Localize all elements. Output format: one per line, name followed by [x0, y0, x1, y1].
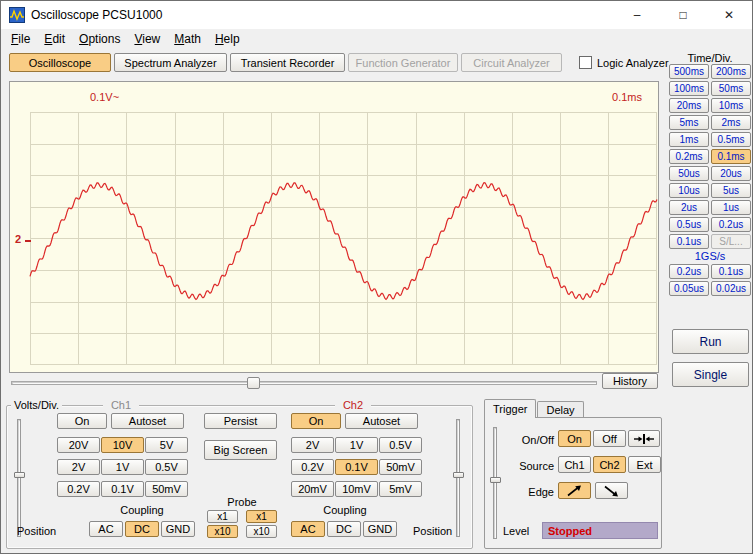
- logic-analyzer-checkbox[interactable]: [579, 56, 592, 69]
- timediv-button[interactable]: 0.2us: [711, 217, 751, 232]
- ch2-volt-button[interactable]: 0.2V: [291, 459, 334, 475]
- ch2-volt-button[interactable]: 0.1V: [335, 459, 378, 475]
- mode-tab-button[interactable]: Oscilloscope: [9, 53, 111, 72]
- scope-hscroll-track[interactable]: [11, 381, 597, 385]
- timediv-button[interactable]: 0.1ms: [711, 149, 751, 164]
- probe-button[interactable]: x1: [246, 510, 277, 523]
- timediv-button[interactable]: 500ms: [669, 64, 709, 79]
- timediv-button[interactable]: 200ms: [711, 64, 751, 79]
- logic-analyzer-toggle[interactable]: Logic Analyzer: [579, 56, 669, 69]
- edge-falling-button[interactable]: [595, 482, 628, 499]
- menu-item[interactable]: File: [4, 30, 37, 48]
- titlebar: Oscilloscope PCSU1000 – □ ✕: [1, 1, 752, 29]
- history-button[interactable]: History: [602, 373, 658, 389]
- menu-item[interactable]: Edit: [37, 30, 72, 48]
- mode-tab-button[interactable]: Spectrum Analyzer: [114, 53, 227, 72]
- ch2-volt-button[interactable]: 50mV: [379, 459, 422, 475]
- timediv-button[interactable]: 10ms: [711, 98, 751, 113]
- ch2-coupling-button[interactable]: GND: [363, 521, 397, 537]
- minimize-button[interactable]: –: [614, 1, 660, 29]
- timediv-button[interactable]: 100ms: [669, 81, 709, 96]
- trigger-source-button[interactable]: Ext: [628, 456, 661, 473]
- ch1-volt-button[interactable]: 1V: [101, 459, 144, 475]
- timediv-button[interactable]: 2ms: [711, 115, 751, 130]
- mode-tab-button[interactable]: Transient Recorder: [230, 53, 345, 72]
- timediv-button[interactable]: S/L...: [711, 234, 751, 249]
- edge-rising-button[interactable]: [558, 482, 591, 499]
- collide-arrows-icon: [634, 433, 654, 445]
- maximize-button[interactable]: □: [660, 1, 706, 29]
- trigger-level-slider[interactable]: [490, 427, 501, 539]
- timediv-button[interactable]: 20ms: [669, 98, 709, 113]
- ch2-coupling-button[interactable]: AC: [291, 521, 325, 537]
- ch1-volt-button[interactable]: 0.2V: [57, 481, 100, 497]
- close-button[interactable]: ✕: [706, 1, 752, 29]
- ch1-volt-button[interactable]: 2V: [57, 459, 100, 475]
- probe-button[interactable]: x1: [207, 510, 238, 523]
- ch1-top-button[interactable]: Autoset: [111, 413, 184, 429]
- probe-button[interactable]: x10: [246, 525, 277, 538]
- run-button[interactable]: Run: [672, 329, 749, 354]
- ch2-position-slider[interactable]: [453, 419, 464, 537]
- ch1-volt-button[interactable]: 20V: [57, 437, 100, 453]
- ch2-volt-button[interactable]: 10mV: [335, 481, 378, 497]
- channel2-position-marker[interactable]: 2: [15, 233, 21, 245]
- menu-item[interactable]: View: [127, 30, 167, 48]
- timediv-button[interactable]: 0.5us: [669, 217, 709, 232]
- ch2-position-thumb[interactable]: [453, 472, 464, 478]
- ch2-coupling-button[interactable]: DC: [327, 521, 361, 537]
- menu-item[interactable]: Math: [167, 30, 208, 48]
- trigger-reset-button[interactable]: [628, 430, 660, 447]
- timediv-fast-button[interactable]: 0.05us: [669, 281, 709, 296]
- ch1-volt-button[interactable]: 10V: [101, 437, 144, 453]
- ch1-coupling-button[interactable]: AC: [89, 521, 123, 537]
- timediv-fast-button[interactable]: 0.2us: [669, 264, 709, 279]
- ch1-volt-button[interactable]: 50mV: [145, 481, 188, 497]
- timediv-button[interactable]: 0.5ms: [711, 132, 751, 147]
- ch1-position-slider[interactable]: [14, 419, 25, 537]
- big-screen-button[interactable]: Big Screen: [204, 440, 277, 460]
- ch2-volt-button[interactable]: 20mV: [291, 481, 334, 497]
- trigger-onoff-button[interactable]: Off: [593, 430, 626, 447]
- timediv-button[interactable]: 1us: [711, 200, 751, 215]
- trigger-source-button[interactable]: Ch2: [593, 456, 626, 473]
- timediv-button[interactable]: 1ms: [669, 132, 709, 147]
- mode-tab-button[interactable]: Function Generator: [348, 53, 458, 72]
- timediv-fast-button[interactable]: 0.02us: [711, 281, 751, 296]
- menu-item[interactable]: Help: [208, 30, 247, 48]
- timediv-button[interactable]: 20us: [711, 166, 751, 181]
- timediv-button[interactable]: 50us: [669, 166, 709, 181]
- ch2-volt-button[interactable]: 1V: [335, 437, 378, 453]
- ch1-volt-button[interactable]: 0.1V: [101, 481, 144, 497]
- ch1-volt-button[interactable]: 5V: [145, 437, 188, 453]
- timediv-button[interactable]: 5us: [711, 183, 751, 198]
- ch1-coupling-button[interactable]: DC: [125, 521, 159, 537]
- trigger-tab[interactable]: Trigger: [484, 399, 536, 418]
- ch2-volt-button[interactable]: 0.5V: [379, 437, 422, 453]
- timediv-button[interactable]: 2us: [669, 200, 709, 215]
- timediv-button[interactable]: 0.2ms: [669, 149, 709, 164]
- scope-hscroll-thumb[interactable]: [247, 377, 260, 389]
- ch2-top-button[interactable]: On: [291, 413, 341, 429]
- timediv-fast-button[interactable]: 0.1us: [711, 264, 751, 279]
- single-button[interactable]: Single: [672, 362, 749, 387]
- ch2-top-button[interactable]: Autoset: [345, 413, 418, 429]
- ch1-position-thumb[interactable]: [14, 472, 25, 478]
- menu-item[interactable]: Options: [72, 30, 127, 48]
- trigger-level-thumb[interactable]: [490, 477, 501, 483]
- trigger-onoff-button[interactable]: On: [558, 430, 591, 447]
- timediv-button[interactable]: 10us: [669, 183, 709, 198]
- ch1-top-button[interactable]: On: [57, 413, 107, 429]
- ch1-volt-button[interactable]: 0.5V: [145, 459, 188, 475]
- mode-tab-button[interactable]: Circuit Analyzer: [461, 53, 562, 72]
- ch1-coupling-button[interactable]: GND: [161, 521, 195, 537]
- trigger-source-button[interactable]: Ch1: [558, 456, 591, 473]
- timediv-button[interactable]: 50ms: [711, 81, 751, 96]
- persist-button[interactable]: Persist: [204, 413, 277, 429]
- ch2-volt-button[interactable]: 2V: [291, 437, 334, 453]
- timediv-button[interactable]: 0.1us: [669, 234, 709, 249]
- timediv-button[interactable]: 5ms: [669, 115, 709, 130]
- ch2-volt-button[interactable]: 5mV: [379, 481, 422, 497]
- probe-button[interactable]: x10: [207, 525, 238, 538]
- trigger-tab[interactable]: Delay: [537, 401, 583, 417]
